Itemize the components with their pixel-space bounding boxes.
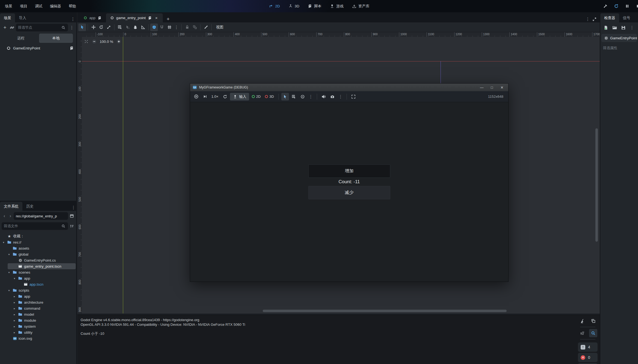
build-hammer-icon[interactable] [602, 3, 609, 10]
tab-filesystem[interactable]: 文件系统 [0, 202, 22, 211]
skeleton-bone-tool[interactable] [202, 23, 210, 31]
tab-history[interactable]: 历史 [22, 202, 37, 211]
attached-script-icon[interactable] [69, 46, 74, 51]
group-selected-tool[interactable] [191, 23, 199, 31]
tab-scene[interactable]: 场景 [0, 13, 15, 22]
menu-item[interactable]: 编辑器 [47, 2, 64, 10]
maximize-icon[interactable]: □ [488, 84, 496, 90]
remote-button[interactable]: 远程 [4, 34, 38, 43]
save-resource-icon[interactable] [620, 24, 627, 31]
folder-scenes[interactable]: ▾ scenes [0, 269, 77, 275]
camera-override-icon[interactable] [299, 93, 306, 100]
next-frame-icon[interactable] [201, 93, 209, 100]
back-icon[interactable]: ‹ [2, 213, 7, 219]
minimize-icon[interactable]: — [478, 84, 486, 90]
restart-icon[interactable] [613, 3, 619, 10]
zoom-out-icon[interactable] [91, 38, 98, 45]
folder-command[interactable]: ▸ command [0, 305, 77, 311]
collapse-arrow-icon[interactable]: ▾ [2, 241, 5, 244]
folder-utility[interactable]: ▸ utility [0, 329, 77, 335]
filter-nodes-input[interactable]: 筛选节点 [16, 24, 68, 31]
local-button[interactable]: 本地 [39, 34, 73, 43]
runtime-select-tool[interactable] [281, 93, 289, 100]
expand-arrow-icon[interactable]: ▸ [13, 325, 16, 328]
folder-system[interactable]: ▸ system [0, 323, 77, 329]
scene-tree-root-node[interactable]: GameEntryPoint [0, 44, 77, 52]
split-mode-icon[interactable] [69, 213, 75, 219]
horizontal-scrollbar[interactable] [263, 310, 507, 312]
runtime-list-select-tool[interactable] [290, 93, 298, 100]
pause-icon[interactable] [624, 3, 630, 10]
pan-tool[interactable] [131, 23, 139, 31]
suspend-game-icon[interactable] [192, 93, 200, 100]
tab-inspector[interactable]: 检查器 [600, 13, 619, 22]
canvas-viewport[interactable]: -100010020030040050060070080090010001100… [77, 32, 600, 313]
new-scene-tab-icon[interactable]: + [165, 16, 172, 22]
time-scale-button[interactable]: 1.0× [210, 94, 220, 99]
file-app-tscn[interactable]: ▸ app.tscn [0, 281, 77, 287]
scene-tab-game-entry-point[interactable]: game_entry_point × [106, 13, 163, 22]
zoom-percentage[interactable]: 100.0 % [100, 40, 113, 44]
center-view-icon[interactable] [84, 39, 89, 44]
smart-snap-toggle[interactable] [150, 23, 158, 31]
ruler-tool[interactable] [139, 23, 147, 31]
folder-assets[interactable]: ▸ assets [0, 245, 77, 251]
input-mode-toggle[interactable]: 输入 [230, 93, 249, 100]
scene-tab-app[interactable]: app [79, 13, 106, 22]
folder-app[interactable]: ▾ app [0, 275, 77, 281]
folder-res[interactable]: ▾ res:// [0, 239, 77, 245]
vertical-scrollbar[interactable] [595, 128, 598, 242]
filter-properties-input[interactable]: 筛选属性 [601, 44, 637, 52]
collapse-arrow-icon[interactable]: ▾ [7, 271, 11, 274]
current-path[interactable]: res://global/game_entry_p [14, 212, 68, 220]
workspace-script[interactable]: 脚本 [305, 2, 324, 10]
menu-item[interactable]: 场景 [2, 2, 16, 10]
expand-arrow-icon[interactable]: ▸ [13, 319, 16, 322]
list-select-tool[interactable] [116, 23, 124, 31]
select-tool[interactable] [78, 23, 86, 31]
file-icon-svg[interactable]: ▸ icon.svg [0, 335, 77, 341]
move-tool[interactable] [90, 23, 97, 31]
camera-options-icon[interactable] [329, 93, 336, 100]
sort-files-icon[interactable] [69, 223, 75, 229]
workspace-3d[interactable]: 3D [285, 2, 302, 10]
collapse-tree-icon[interactable] [578, 329, 586, 337]
audio-mute-icon[interactable] [320, 93, 327, 100]
file-gameentrypoint-cs[interactable]: ▸ GameEntryPoint.cs [0, 257, 77, 263]
game-window-titlebar[interactable]: MyGFrameworkGame (DEBUG) — □ ✕ [190, 84, 508, 91]
restart-game-icon[interactable] [221, 93, 229, 100]
workspace-game[interactable]: 游戏 [327, 2, 346, 10]
expand-arrow-icon[interactable]: ▸ [13, 295, 16, 298]
collapse-arrow-icon[interactable]: ▾ [7, 289, 11, 292]
expand-arrow-icon[interactable]: ▸ [13, 301, 16, 304]
workspace-2d[interactable]: 2D [266, 2, 282, 10]
inspector-menu-icon[interactable]: ⋮ [629, 24, 635, 31]
messages-filter-badge[interactable]: ! 4 [578, 342, 598, 352]
forward-icon[interactable]: › [8, 213, 13, 219]
close-tab-icon[interactable]: × [154, 16, 159, 20]
lock-selected-tool[interactable] [183, 23, 191, 31]
stop-icon[interactable] [635, 3, 638, 10]
menu-item[interactable]: 帮助 [66, 2, 79, 10]
search-output-icon[interactable] [589, 329, 597, 337]
file-game-entry-point-tscn[interactable]: ▸ game_entry_point.tscn [8, 263, 76, 269]
close-icon[interactable]: ✕ [498, 84, 506, 90]
script-icon[interactable] [147, 16, 152, 20]
embed-2d-toggle[interactable]: 2D [250, 94, 262, 99]
filter-files-input[interactable]: 筛选文件 [2, 222, 68, 230]
expand-arrow-icon[interactable]: ▸ [13, 331, 16, 334]
decrease-button[interactable]: 减少 [308, 186, 390, 199]
increase-button[interactable]: 增加 [308, 164, 390, 178]
folder-scripts[interactable]: ▾ scripts [0, 287, 77, 293]
grid-toggle[interactable] [166, 23, 173, 31]
add-node-icon[interactable]: + [2, 24, 8, 31]
view-menu-button[interactable]: 视图 [213, 25, 226, 30]
game-options-menu-icon[interactable]: ⋮ [337, 93, 344, 100]
folder-model[interactable]: ▸ model [0, 311, 77, 317]
new-resource-icon[interactable] [602, 24, 609, 31]
folder-module[interactable]: ▸ module [0, 317, 77, 323]
rotate-tool[interactable] [97, 23, 105, 31]
expand-arrow-icon[interactable]: ▸ [13, 307, 16, 310]
zoom-in-icon[interactable] [116, 38, 122, 45]
instance-scene-link-icon[interactable] [9, 24, 15, 31]
